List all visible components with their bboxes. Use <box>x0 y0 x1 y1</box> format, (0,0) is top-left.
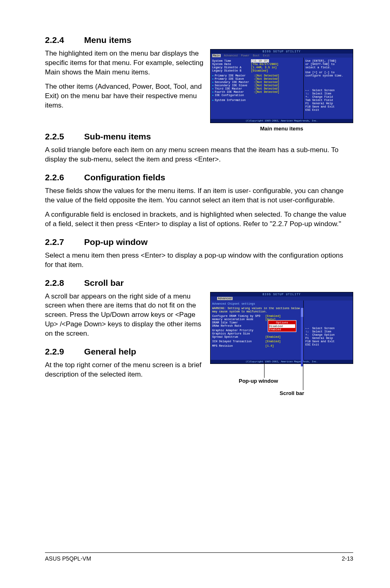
v: :[Not Detected] <box>253 90 279 94</box>
caption-scrollbar: Scroll bar <box>280 390 304 396</box>
nv: Select Item <box>312 330 331 333</box>
col-text-228: A scroll bar appears on the right side o… <box>45 292 204 385</box>
k: Secondary IDE Slave <box>215 84 253 87</box>
nv: Save and Exit <box>312 105 335 108</box>
heading-title: Menu items <box>84 35 132 45</box>
k: Secondary IDE Master <box>215 81 253 84</box>
v: [Enabled] <box>265 340 281 343</box>
popup-head: Options <box>269 321 295 325</box>
row-224: The highlighted item on the menu bar dis… <box>45 49 353 132</box>
bios-left: Advanced Chipset settings WARNING: Setti… <box>211 301 304 360</box>
p-226-1: These fields show the values for the men… <box>45 186 353 205</box>
page: 2.2.4 Menu items The highlighted item on… <box>0 0 390 588</box>
nv: Exit <box>312 108 319 112</box>
v: [11:10:19] <box>251 59 269 63</box>
tab-advanced: Advanced <box>224 54 238 57</box>
nav-keys: ←→ Select Screen ↑↓ Select Item +- Chang… <box>305 89 351 112</box>
p-229-1: At the top right corner of the menu scre… <box>45 361 204 379</box>
v: [Disabled] <box>251 69 268 72</box>
figure-main-menu: BIOS SETUP UTILITY Main Advanced Power B… <box>210 49 353 132</box>
bios-title: BIOS SETUP UTILITY <box>211 49 353 54</box>
nv: Select Screen <box>312 327 335 330</box>
heading-num: 2.2.4 <box>45 35 82 45</box>
bios-body: System Time[11:10:19] System Date[Thu 03… <box>211 58 353 119</box>
heading-224: 2.2.4 Menu items <box>45 35 353 45</box>
warn: WARNING: Setting wrong values in the sec… <box>212 307 302 313</box>
k: Primary IDE Slave <box>215 77 253 81</box>
heading-title: Configuration fields <box>84 173 165 182</box>
v: [Enabled] <box>265 335 281 339</box>
nk: +- <box>305 95 309 99</box>
row-228: A scroll bar appears on the right side o… <box>45 292 353 393</box>
k: Spread Spectrum <box>212 335 265 339</box>
nk: ←→ <box>305 327 309 330</box>
k: Primary IDE Master <box>215 74 253 77</box>
v: [Thu 03/27/2003] <box>251 63 278 66</box>
nk: ↑↓ <box>305 92 309 95</box>
nk: F1 <box>305 102 309 105</box>
k: Configure DRAM Timing by SPD <box>212 314 265 318</box>
v: :[Not Detected] <box>253 84 279 87</box>
tab-main: Main <box>212 54 221 57</box>
heading-num: 2.2.5 <box>45 132 82 141</box>
p-228-1: A scroll bar appears on the right side o… <box>45 292 204 339</box>
help-line: Use [ENTER], [TAB] <box>305 59 351 63</box>
caption-main-menu: Main menu items <box>210 126 353 132</box>
figure-popup: BIOS SETUP UTILITY . Advanced Advanced C… <box>210 292 353 393</box>
k: Legacy Diskette A <box>212 66 251 69</box>
p-225-1: A solid triangle before each item on any… <box>45 146 353 164</box>
bios-tabs: . Advanced <box>211 296 353 301</box>
col-text-224: The highlighted item on the menu bar dis… <box>45 49 204 115</box>
k: ICH Delayed Transaction <box>212 340 265 343</box>
heading-226: 2.2.6 Configuration fields <box>45 173 353 182</box>
v: :[Not Detected] <box>253 77 279 81</box>
nav-keys: ←→ Select Screen ↑↓ Select Item +- Chang… <box>305 327 351 346</box>
help-line: configure system time. <box>305 74 351 77</box>
nk: +- <box>305 333 309 337</box>
scrollbar-thumb <box>301 308 303 317</box>
help-line: or [SHIFT-TAB] to <box>305 63 351 66</box>
heading-title: General help <box>84 347 136 356</box>
bios-foot: (C)Copyright 1985-2002, American Megatre… <box>211 119 353 123</box>
k: IDE Configuration <box>215 94 253 97</box>
heading-num: 2.2.8 <box>45 278 82 288</box>
k: DRAm Refresh Rate <box>212 324 265 328</box>
bios-body: Advanced Chipset settings WARNING: Setti… <box>211 301 353 360</box>
heading-title: Pop-up window <box>84 237 148 247</box>
v: :[Not Detected] <box>253 87 279 90</box>
nk: ↑↓ <box>305 330 309 333</box>
nv: Select Field <box>312 99 333 102</box>
annot-line-popup <box>264 361 264 378</box>
heading-title: Sub-menu items <box>84 132 151 141</box>
nk: ←→ <box>305 89 309 92</box>
nv: Select Screen <box>312 89 335 92</box>
nk: Tab <box>305 99 311 102</box>
nv: General Help <box>312 337 333 340</box>
section-head: Advanced Chipset settings <box>212 302 302 305</box>
footer-left: ASUS P5QPL-VM <box>45 555 91 562</box>
help-line: Use [+] or [-] to <box>305 71 351 74</box>
help-line: select a field. <box>305 66 351 69</box>
nv: Change Option <box>312 333 335 337</box>
nv: General Help <box>312 102 333 105</box>
heading-227: 2.2.7 Pop-up window <box>45 237 353 247</box>
heading-228: 2.2.8 Scroll bar <box>45 278 353 288</box>
v: :[Not Detected] <box>253 74 279 77</box>
bios-left: System Time[11:10:19] System Date[Thu 03… <box>211 58 304 119</box>
k: memory acceleration mode <box>212 318 265 321</box>
caption-popup: Pop-up window <box>239 378 278 384</box>
tab-power: Power <box>241 54 249 57</box>
v: [1.44M, 3.5 in] <box>251 66 277 69</box>
popup-opt: Enabled <box>269 328 295 331</box>
nv: Change Field <box>312 95 333 99</box>
heading-229: 2.2.9 General help <box>45 347 204 357</box>
nk: ESC <box>305 108 311 112</box>
v: [Enabled] <box>265 314 281 318</box>
nv: Exit <box>312 343 319 346</box>
bios-foot: (C)Copyright 1985-2002, American Megatre… <box>211 360 353 364</box>
k: MPS Revision <box>212 344 265 348</box>
k: Graphic Adapter Priority <box>212 329 265 332</box>
bios-tabs: Main Advanced Power Boot Exit <box>211 54 353 58</box>
heading-num: 2.2.6 <box>45 173 82 182</box>
k: Legacy Diskette B <box>212 69 251 72</box>
